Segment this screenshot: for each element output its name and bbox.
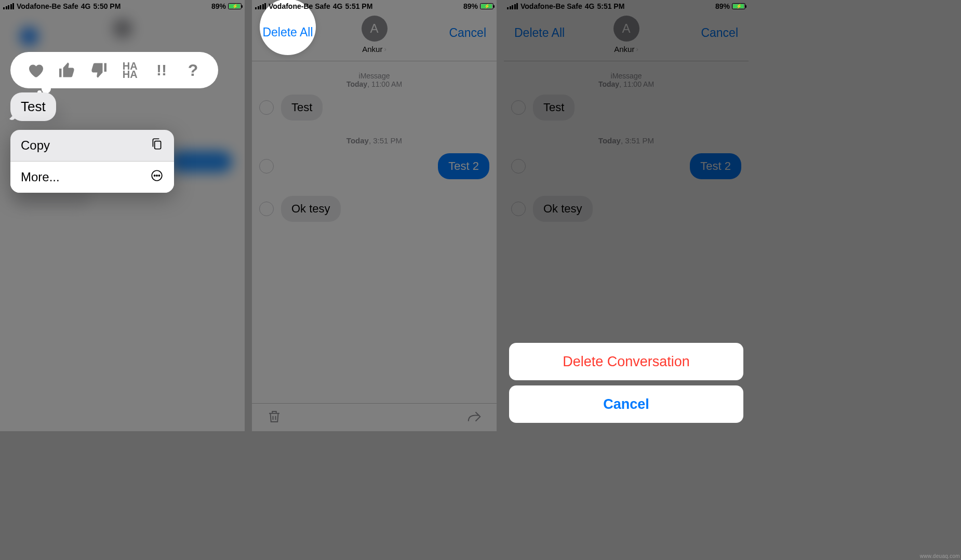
delete-conversation-label: Delete Conversation (563, 354, 690, 370)
message-bubble: Ok tesy (281, 196, 341, 222)
delete-all-button[interactable]: Delete All (514, 26, 565, 40)
svg-point-3 (156, 175, 157, 176)
selected-message-bubble: Test (10, 92, 56, 121)
watermark: www.deuaq.com (920, 553, 960, 559)
select-radio[interactable] (511, 159, 526, 174)
timestamp-row: Today, 3:51 PM (504, 136, 749, 145)
question-icon[interactable]: ? (184, 61, 203, 79)
copy-icon (150, 137, 164, 154)
message-row[interactable]: Test 2 (504, 150, 749, 182)
selected-message-text: Test (21, 99, 46, 114)
signal-icon (507, 3, 518, 9)
conversation-header: Delete All A Ankur › Cancel (504, 12, 749, 61)
message-bubble: Test (533, 95, 575, 121)
message-row[interactable]: Test 2 (252, 150, 497, 182)
select-radio[interactable] (259, 159, 274, 174)
battery-icon: ⚡ (480, 3, 493, 9)
contact-name-button[interactable]: Ankur › (362, 45, 386, 54)
exclaim-icon[interactable]: !! (152, 61, 171, 79)
thumbs-down-icon[interactable] (89, 61, 108, 79)
sheet-cancel-button[interactable]: Cancel (509, 385, 743, 423)
avatar-initial: A (622, 21, 630, 36)
message-row[interactable]: Test (252, 91, 497, 124)
clock-label: 5:51 PM (597, 2, 624, 10)
forward-icon[interactable] (466, 409, 482, 426)
heart-icon[interactable] (26, 61, 45, 79)
network-label: 4G (585, 2, 595, 10)
sheet-cancel-label: Cancel (603, 396, 649, 412)
battery-icon: ⚡ (732, 3, 745, 9)
battery-icon: ⚡ (228, 3, 242, 9)
carrier-label: Vodafone-Be Safe (17, 2, 78, 10)
context-menu-copy-label: Copy (21, 138, 50, 153)
haha-icon[interactable]: HAHA (121, 61, 139, 79)
message-bubble: Test 2 (438, 153, 489, 179)
trash-icon[interactable] (266, 409, 282, 426)
contact-name-label: Ankur (362, 45, 382, 54)
svg-point-2 (154, 175, 155, 176)
timestamp-header: iMessage Today, 11:00 AM (504, 72, 749, 88)
cancel-button[interactable]: Cancel (449, 26, 486, 40)
select-radio[interactable] (511, 202, 526, 216)
delete-conversation-button[interactable]: Delete Conversation (509, 343, 743, 380)
message-bubble: Ok tesy (533, 196, 593, 222)
contact-name-label: Ankur (614, 45, 634, 54)
chevron-right-icon: › (636, 45, 638, 53)
message-row[interactable]: Test (504, 91, 749, 124)
battery-pct-label: 89% (463, 2, 478, 10)
message-bubble: Test (281, 95, 323, 121)
message-bubble: Test 2 (690, 153, 741, 179)
svg-point-4 (158, 175, 159, 176)
svg-rect-0 (155, 141, 161, 149)
more-icon (150, 169, 164, 185)
carrier-label: Vodafone-Be Safe (520, 2, 582, 10)
select-radio[interactable] (511, 100, 526, 115)
timestamp-row: Today, 3:51 PM (252, 136, 497, 145)
cancel-button[interactable]: Cancel (701, 26, 738, 40)
battery-pct-label: 89% (715, 2, 730, 10)
message-row[interactable]: Ok tesy (252, 193, 497, 225)
network-label: 4G (81, 2, 91, 10)
clock-label: 5:51 PM (345, 2, 372, 10)
message-row[interactable]: Ok tesy (504, 193, 749, 225)
chevron-right-icon: › (384, 45, 386, 53)
network-label: 4G (333, 2, 343, 10)
spotlight-delete-all-label: Delete All (262, 25, 313, 39)
context-menu-copy[interactable]: Copy (10, 130, 174, 161)
avatar-initial: A (370, 21, 378, 36)
signal-icon (255, 3, 266, 9)
signal-icon (3, 3, 14, 9)
timestamp-header: iMessage Today, 11:00 AM (252, 72, 497, 88)
contact-name-button[interactable]: Ankur › (614, 45, 638, 54)
carrier-label: Vodafone-Be Safe (269, 2, 330, 10)
context-menu-more[interactable]: More... (10, 162, 174, 193)
avatar[interactable]: A (362, 16, 388, 42)
clock-label: 5:50 PM (93, 2, 121, 10)
select-radio[interactable] (259, 100, 274, 115)
context-menu-more-label: More... (21, 170, 60, 184)
thumbs-up-icon[interactable] (58, 61, 76, 79)
select-radio[interactable] (259, 202, 274, 216)
avatar[interactable]: A (613, 16, 639, 42)
battery-pct-label: 89% (211, 2, 226, 10)
context-menu: Copy More... (10, 130, 174, 193)
action-sheet: Delete Conversation Cancel (509, 343, 743, 428)
bottom-toolbar (252, 403, 497, 431)
